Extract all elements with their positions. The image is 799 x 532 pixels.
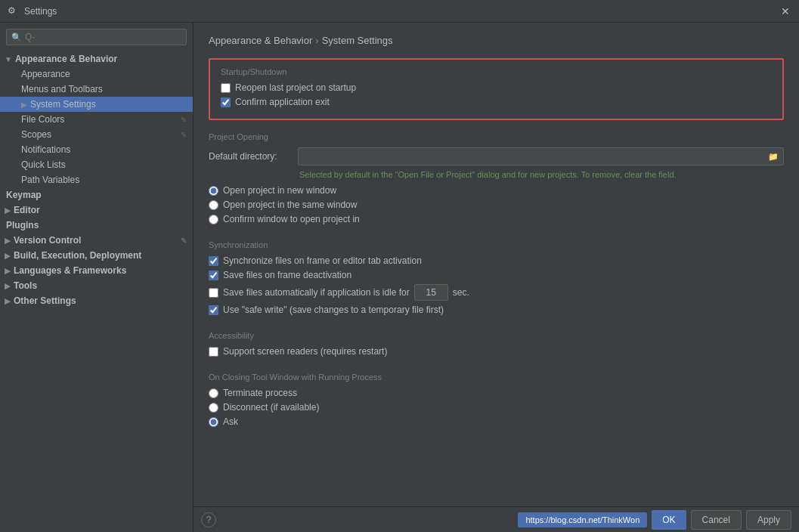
sidebar-label-menus-toolbars: Menus and Toolbars: [21, 84, 103, 94]
sidebar-item-quick-lists[interactable]: Quick Lists: [0, 157, 193, 172]
sidebar-label-keymap: Keymap: [6, 190, 42, 200]
search-box[interactable]: 🔍: [6, 29, 187, 45]
project-opening-title: Project Opening: [209, 132, 784, 141]
sidebar-label-build-execution: Build, Execution, Deployment: [14, 250, 141, 261]
confirm-exit-label: Confirm application exit: [235, 97, 330, 107]
sidebar-label-notifications: Notifications: [21, 144, 70, 155]
edit-icon-scopes: ✎: [181, 131, 187, 139]
reopen-project-checkbox[interactable]: [221, 83, 231, 93]
sidebar-label-plugins: Plugins: [6, 220, 39, 230]
terminate-radio[interactable]: [209, 388, 218, 398]
content-area: Appearance & Behavior › System Settings …: [194, 23, 799, 506]
sidebar-item-file-colors[interactable]: File Colors ✎: [0, 112, 193, 127]
sidebar-item-plugins[interactable]: Plugins: [0, 218, 193, 233]
sidebar-label-languages-frameworks: Languages & Frameworks: [14, 265, 126, 276]
sidebar-label-scopes: Scopes: [21, 129, 51, 140]
save-files-deactivation-row: Save files on frame deactivation: [209, 270, 784, 280]
open-new-window-label: Open project in new window: [223, 185, 336, 196]
sidebar-label-appearance-behavior: Appearance & Behavior: [15, 54, 117, 64]
confirm-window-label: Confirm window to open project in: [223, 214, 360, 224]
startup-shutdown-title: Startup/Shutdown: [221, 67, 772, 76]
open-same-window-radio[interactable]: [209, 200, 218, 210]
sidebar-item-system-settings[interactable]: ▶ System Settings: [0, 97, 193, 112]
arrow-icon-build: ▶: [5, 252, 11, 260]
sidebar-item-editor[interactable]: ▶ Editor: [0, 203, 193, 218]
sync-files-checkbox[interactable]: [209, 256, 218, 266]
sidebar-item-tools[interactable]: ▶ Tools: [0, 278, 193, 293]
sync-files-label: Synchronize files on frame or editor tab…: [223, 255, 422, 266]
sidebar-item-languages-frameworks[interactable]: ▶ Languages & Frameworks: [0, 263, 193, 278]
terminate-row: Terminate process: [209, 388, 784, 398]
sidebar-item-version-control[interactable]: ▶ Version Control ✎: [0, 233, 193, 248]
open-new-window-row: Open project in new window: [209, 185, 784, 196]
breadcrumb-parent: Appearance & Behavior: [209, 35, 312, 46]
sidebar-item-appearance[interactable]: Appearance: [0, 66, 193, 82]
folder-icon: 📁: [768, 152, 779, 162]
save-files-idle-row: Save files automatically if application …: [209, 284, 784, 301]
startup-shutdown-section: Startup/Shutdown Reopen last project on …: [209, 58, 784, 120]
ask-radio[interactable]: [209, 417, 218, 427]
sidebar-label-tools: Tools: [14, 280, 37, 291]
reopen-project-row: Reopen last project on startup: [221, 82, 772, 93]
sync-files-row: Synchronize files on frame or editor tab…: [209, 255, 784, 266]
screen-readers-checkbox[interactable]: [209, 347, 218, 357]
sidebar-label-quick-lists: Quick Lists: [21, 159, 66, 170]
ask-row: Ask: [209, 416, 784, 427]
default-dir-input[interactable]: 📁: [298, 147, 784, 165]
sidebar-label-path-variables: Path Variables: [21, 175, 79, 185]
safe-write-row: Use "safe write" (save changes to a temp…: [209, 305, 784, 315]
search-input[interactable]: [25, 32, 181, 42]
confirm-exit-checkbox[interactable]: [221, 97, 231, 107]
sidebar-item-path-variables[interactable]: Path Variables: [0, 172, 193, 187]
sidebar-item-other-settings[interactable]: ▶ Other Settings: [0, 293, 193, 308]
save-files-idle-checkbox[interactable]: [209, 288, 218, 298]
screen-readers-row: Support screen readers (requires restart…: [209, 346, 784, 357]
breadcrumb: Appearance & Behavior › System Settings: [209, 35, 784, 46]
window-title: Settings: [24, 6, 779, 17]
sidebar-label-appearance: Appearance: [21, 69, 70, 79]
disconnect-radio[interactable]: [209, 403, 218, 413]
edit-icon-vc: ✎: [181, 237, 187, 245]
ask-label: Ask: [223, 416, 238, 427]
save-files-idle-label: Save files automatically if application …: [223, 287, 410, 298]
disconnect-row: Disconnect (if available): [209, 402, 784, 413]
safe-write-checkbox[interactable]: [209, 305, 218, 315]
arrow-icon: ▶: [21, 101, 27, 109]
save-files-deactivation-checkbox[interactable]: [209, 271, 218, 280]
sidebar-item-menus-toolbars[interactable]: Menus and Toolbars: [0, 82, 193, 97]
sidebar-label-file-colors: File Colors: [21, 114, 64, 125]
confirm-window-row: Confirm window to open project in: [209, 214, 784, 224]
save-files-deactivation-label: Save files on frame deactivation: [223, 270, 351, 280]
sidebar-item-appearance-behavior[interactable]: ▼ Appearance & Behavior: [0, 51, 193, 66]
main-layout: 🔍 ▼ Appearance & Behavior Appearance Men…: [0, 23, 799, 532]
help-button[interactable]: ?: [201, 512, 216, 527]
arrow-icon-vc: ▶: [5, 237, 11, 245]
arrow-icon-editor: ▶: [5, 206, 11, 215]
open-new-window-radio[interactable]: [209, 186, 218, 196]
sidebar-label-other-settings: Other Settings: [14, 295, 76, 306]
hint-text: Selected by default in the "Open File or…: [209, 170, 784, 179]
confirm-window-radio[interactable]: [209, 215, 218, 224]
sidebar-item-scopes[interactable]: Scopes ✎: [0, 127, 193, 142]
idle-time-input[interactable]: [414, 284, 448, 301]
close-button[interactable]: ✕: [779, 5, 791, 17]
sidebar-item-keymap[interactable]: Keymap: [0, 187, 193, 203]
sidebar: 🔍 ▼ Appearance & Behavior Appearance Men…: [0, 23, 194, 532]
sidebar-label-editor: Editor: [14, 205, 40, 215]
action-buttons: https://blog.csdn.net/ThinkWon OK Cancel…: [518, 510, 791, 530]
cancel-button[interactable]: Cancel: [691, 510, 742, 530]
safe-write-label: Use "safe write" (save changes to a temp…: [223, 305, 444, 315]
project-opening-section: Project Opening Default directory: 📁 Sel…: [209, 132, 784, 228]
bottom-bar: ? https://blog.csdn.net/ThinkWon OK Canc…: [194, 506, 799, 532]
arrow-icon-other: ▶: [5, 297, 11, 305]
confirm-exit-row: Confirm application exit: [221, 97, 772, 107]
default-dir-label: Default directory:: [209, 151, 292, 162]
closing-section: On Closing Tool Window with Running Proc…: [209, 373, 784, 431]
search-icon: 🔍: [11, 32, 22, 42]
apply-button[interactable]: Apply: [746, 510, 791, 530]
sidebar-item-notifications[interactable]: Notifications: [0, 142, 193, 157]
sidebar-item-build-execution[interactable]: ▶ Build, Execution, Deployment: [0, 248, 193, 263]
reopen-project-label: Reopen last project on startup: [235, 82, 356, 93]
url-bar: https://blog.csdn.net/ThinkWon: [518, 512, 647, 527]
ok-button[interactable]: OK: [652, 510, 686, 530]
